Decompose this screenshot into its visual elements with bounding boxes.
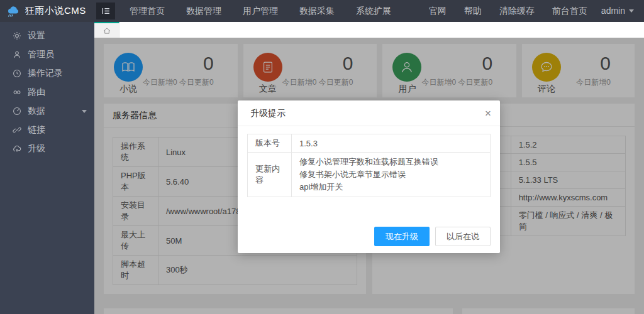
brand[interactable]: 狂雨小说CMS [0,0,94,22]
update-note-line: api增加开关 [299,181,482,193]
nav-item-home[interactable]: 管理首页 [119,0,175,22]
sidebar-toggle-button[interactable] [96,3,115,19]
user-menu[interactable]: admin [596,0,644,22]
upgrade-now-button[interactable]: 现在升级 [374,227,430,246]
top-right-menu: 官网 帮助 清除缓存 前台首页 admin [420,0,644,22]
update-note-line: 修复小说管理字数和连载标题互换错误 [299,156,482,168]
sidebar-item-label: 设置 [28,30,45,41]
table-row: 版本号 1.5.3 [248,134,491,153]
nav-item-front-home[interactable]: 前台首页 [543,0,596,22]
close-icon[interactable]: × [485,100,491,126]
brand-title: 狂雨小说CMS [25,5,86,17]
nav-item-extend[interactable]: 系统扩展 [345,0,402,22]
sidebar-item-label: 管理员 [28,49,54,60]
sidebar-item-label: 升级 [28,143,45,154]
update-notes: 修复小说管理字数和连载标题互换错误 修复书架小说无章节显示错误 api增加开关 [292,153,491,197]
dialog-header: 升级提示 × [238,100,500,126]
dialog-title: 升级提示 [250,108,286,118]
nav-item-data-manage[interactable]: 数据管理 [175,0,232,22]
table-row: 更新内容 修复小说管理字数和连载标题互换错误 修复书架小说无章节显示错误 api… [248,153,491,197]
sidebar-item-label: 路由 [28,87,45,98]
user-icon [13,50,21,59]
top-menu: 管理首页 数据管理 用户管理 数据采集 系统扩展 [119,0,402,22]
sidebar-item-label: 操作记录 [28,68,63,79]
sidebar-item-label: 数据 [28,106,45,117]
sidebar-item-data[interactable]: 数据 [0,102,94,121]
dialog-body: 版本号 1.5.3 更新内容 修复小说管理字数和连载标题互换错误 修复书架小说无… [238,126,500,197]
nav-item-clear-cache[interactable]: 清除缓存 [491,0,543,22]
sidebar-item-links[interactable]: 链接 [0,121,94,139]
tab-home[interactable] [94,22,119,38]
hamburger-icon [101,6,111,16]
row-label: 更新内容 [248,153,292,197]
dialog-footer: 现在升级 以后在说 [374,227,491,246]
sidebar-item-admins[interactable]: 管理员 [0,45,94,64]
username: admin [601,0,625,22]
sidebar-item-routes[interactable]: 路由 [0,83,94,102]
cloud-upload-icon [13,144,21,153]
sidebar: 设置 管理员 操作记录 路由 数据 链接 升级 [0,22,94,314]
top-navbar: 狂雨小说CMS 管理首页 数据管理 用户管理 数据采集 系统扩展 官网 帮助 清… [0,0,644,22]
sidebar-item-label: 链接 [28,124,45,136]
link-icon [13,126,21,134]
later-button[interactable]: 以后在说 [435,227,491,246]
home-icon [103,26,111,35]
version-value: 1.5.3 [292,134,491,153]
row-label: 版本号 [248,134,292,153]
sidebar-item-logs[interactable]: 操作记录 [0,64,94,83]
logo-cloud-icon [6,4,21,18]
chevron-down-icon [629,9,634,13]
nav-item-collect[interactable]: 数据采集 [289,0,345,22]
sidebar-item-settings[interactable]: 设置 [0,26,94,45]
chevron-down-icon [82,110,87,113]
gear-icon [13,31,21,40]
gauge-icon [13,107,21,116]
upgrade-info-table: 版本号 1.5.3 更新内容 修复小说管理字数和连载标题互换错误 修复书架小说无… [247,134,491,197]
nav-item-official-site[interactable]: 官网 [420,0,455,22]
nav-item-help[interactable]: 帮助 [455,0,491,22]
update-note-line: 修复书架小说无章节显示错误 [299,168,482,181]
clock-icon [13,69,21,78]
sidebar-item-upgrade[interactable]: 升级 [0,139,94,158]
route-icon [13,88,21,97]
tab-bar [94,22,644,38]
upgrade-dialog: 升级提示 × 版本号 1.5.3 更新内容 修复小说管理字数和连载标题互换错误 … [238,100,500,253]
nav-item-user-manage[interactable]: 用户管理 [232,0,289,22]
